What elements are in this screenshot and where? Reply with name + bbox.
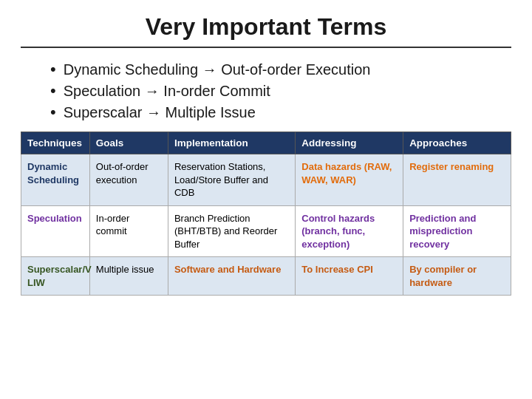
- col-header-approaches: Approaches: [403, 132, 511, 154]
- bullet-dot-1: •: [50, 61, 56, 78]
- slide-title: Very Important Terms: [21, 13, 511, 48]
- cell-addr-2: Control hazards (branch, func, exception…: [296, 205, 403, 257]
- slide: Very Important Terms • Dynamic Schedulin…: [0, 0, 532, 399]
- bullet-item-1: • Dynamic Scheduling → Out-of-order Exec…: [50, 60, 497, 80]
- bullet-list: • Dynamic Scheduling → Out-of-order Exec…: [21, 52, 511, 129]
- cell-addr-1: Data hazards (RAW, WAW, WAR): [296, 154, 403, 206]
- cell-techniques-2: Speculation: [21, 205, 90, 257]
- table-row-2: Speculation In-order commit Branch Predi…: [21, 205, 511, 257]
- table-row-3: Superscalar/V LIW Multiple issue Softwar…: [21, 257, 511, 296]
- cell-techniques-3: Superscalar/V LIW: [21, 257, 90, 296]
- cell-appr-1: Register renaming: [403, 154, 511, 206]
- bullet-item-2: • Speculation → In-order Commit: [50, 81, 497, 101]
- cell-impl-2: Branch Prediction (BHT/BTB) and Reorder …: [168, 205, 295, 257]
- col-header-addressing: Addressing: [296, 132, 403, 154]
- main-table: Techniques Goals Implementation Addressi…: [21, 132, 511, 296]
- cell-goals-3: Multiple issue: [89, 257, 168, 296]
- table-header-row: Techniques Goals Implementation Addressi…: [21, 132, 511, 154]
- bullet-text-3: Superscalar → Multiple Issue: [64, 103, 256, 123]
- col-header-techniques: Techniques: [21, 132, 90, 154]
- col-header-goals: Goals: [89, 132, 168, 154]
- bullet-text-2: Speculation → In-order Commit: [64, 81, 270, 101]
- bullet-text-1: Dynamic Scheduling → Out-of-order Execut…: [64, 60, 371, 80]
- cell-appr-3: By compiler or hardware: [403, 257, 511, 296]
- cell-appr-2: Prediction and misprediction recovery: [403, 205, 511, 257]
- bullet-dot-3: •: [50, 104, 56, 120]
- cell-impl-1: Reservation Stations, Load/Store Buffer …: [168, 154, 295, 206]
- col-header-implementation: Implementation: [168, 132, 295, 154]
- bullet-dot-2: •: [50, 83, 56, 99]
- cell-goals-2: In-order commit: [89, 205, 168, 257]
- cell-addr-3: To Increase CPI: [296, 257, 403, 296]
- table-row-1: Dynamic Scheduling Out-of-order executio…: [21, 154, 511, 206]
- cell-techniques-1: Dynamic Scheduling: [21, 154, 90, 206]
- table-container: Techniques Goals Implementation Addressi…: [21, 132, 511, 386]
- cell-impl-3: Software and Hardware: [168, 257, 295, 296]
- cell-goals-1: Out-of-order execution: [89, 154, 168, 206]
- bullet-item-3: • Superscalar → Multiple Issue: [50, 103, 497, 123]
